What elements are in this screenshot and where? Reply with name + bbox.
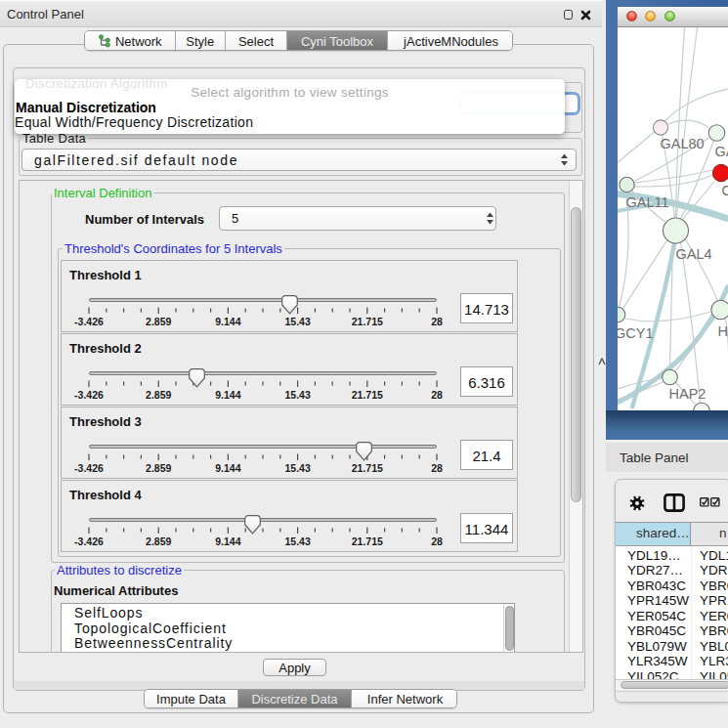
svg-text:GAL: GAL (714, 144, 728, 159)
svg-text:GAL80: GAL80 (660, 136, 704, 151)
svg-text:HA: HA (717, 323, 728, 339)
svg-text:GAL4: GAL4 (675, 246, 711, 262)
svg-text:HAP2: HAP2 (668, 386, 706, 402)
svg-text:C…: C… (721, 183, 728, 198)
svg-text:GCY1: GCY1 (618, 325, 654, 341)
svg-text:GAL11: GAL11 (625, 194, 668, 210)
